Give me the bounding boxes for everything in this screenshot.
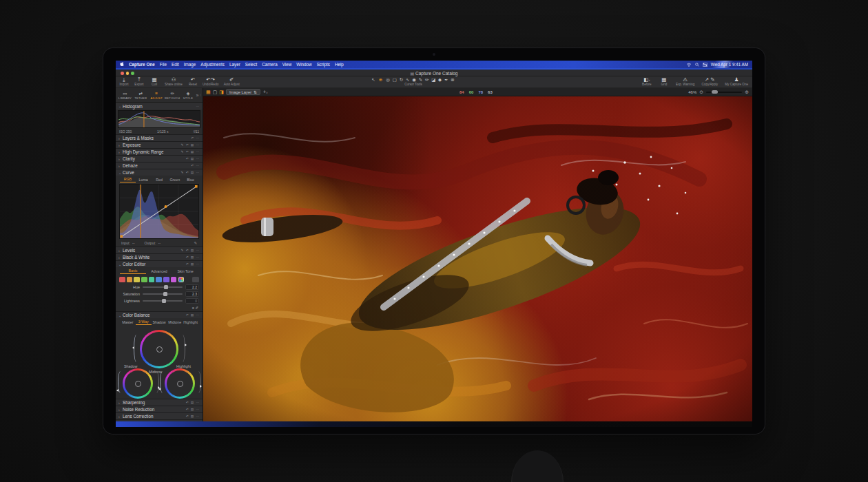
row-action-icons[interactable]: ↶ ▤ ⋯: [186, 313, 200, 317]
copy-apply-button[interactable]: ↗ ✎Copy/Apply: [701, 76, 719, 86]
menu-clock[interactable]: Wed Apr 1 9:41 AM: [711, 62, 748, 67]
section-dehaze[interactable]: ›Dehaze ↶ ⋯: [116, 162, 203, 169]
single-view-icon[interactable]: ▢: [213, 89, 218, 96]
shadow-wheel[interactable]: [123, 368, 153, 399]
zoom-out-icon[interactable]: ⊖: [699, 90, 703, 95]
menu-image[interactable]: Image: [184, 62, 196, 67]
ce-tab-advanced[interactable]: Advanced: [146, 269, 172, 273]
menu-select[interactable]: Select: [245, 62, 258, 67]
add-layer-button[interactable]: +∨: [263, 90, 268, 94]
tab-tether[interactable]: ⇄TETHER: [133, 91, 149, 100]
menu-help[interactable]: Help: [335, 62, 344, 67]
cursor-tool-icons[interactable]: ◎ ▢ ↻ ∿ ◉ ✎ ✏ ◪ ◆ ✒ ⊚: [386, 76, 455, 83]
section-layers-masks[interactable]: ›Layers & Masks ↶ ⋯: [116, 134, 203, 141]
zoom-in-icon[interactable]: ⊕: [745, 90, 749, 95]
cull-button[interactable]: ▦Cull: [149, 76, 160, 86]
cb-tab-3way[interactable]: 3-Way: [136, 319, 152, 325]
row-action-icons[interactable]: ✎ ↶ ▤ ⋯: [181, 143, 200, 147]
tab-overflow-icon[interactable]: »: [196, 93, 198, 98]
swatch-orange[interactable]: [127, 277, 133, 282]
import-button[interactable]: ⤓Import: [118, 76, 130, 86]
tab-library[interactable]: ▭LIBRARY: [117, 91, 133, 100]
row-action-icons[interactable]: ↶ ▤ ⋯: [186, 415, 200, 418]
row-action-icons[interactable]: ↶ ▤ ⋯: [186, 157, 200, 160]
grid-button[interactable]: ▦Grid: [659, 76, 670, 86]
row-action-icons[interactable]: ✎ ↶ ▤ ⋯: [181, 249, 200, 252]
section-exposure[interactable]: ›Exposure ✎ ↶ ▤ ⋯: [116, 141, 203, 148]
tab-style[interactable]: ◈STYLE: [180, 91, 196, 100]
row-action-icons[interactable]: ↶ ⋯: [191, 136, 200, 140]
swatch-more-button[interactable]: [192, 277, 199, 282]
row-action-icons[interactable]: ✎ ↶ ▤ ⋯: [181, 171, 200, 174]
section-noise-reduction[interactable]: ›Noise Reduction ↶ ▤ ⋯: [116, 406, 203, 412]
midtone-wheel[interactable]: [140, 330, 178, 368]
row-action-icons[interactable]: ↶ ▤ ⋯: [186, 401, 200, 404]
section-high-dynamic-range[interactable]: ›High Dynamic Range ✎ ↶ ▤ ⋯: [116, 148, 203, 155]
section-levels[interactable]: ›Levels ✎ ↶ ▤ ⋯: [116, 247, 203, 253]
section-histogram[interactable]: ⌄Histogram ⋯: [116, 103, 203, 109]
highlight-wheel[interactable]: [165, 368, 195, 399]
cb-tab-master[interactable]: Master: [120, 320, 136, 324]
ce-tab-skin-tone[interactable]: Skin Tone: [172, 269, 198, 273]
more-icon[interactable]: ⋯: [196, 105, 200, 108]
menu-layer[interactable]: Layer: [229, 62, 240, 67]
menu-edit[interactable]: Edit: [172, 62, 179, 67]
row-action-icons[interactable]: ↶ ▤ ⋯: [186, 262, 200, 266]
saturation-slider-thumb[interactable]: [163, 292, 167, 296]
zoom-slider[interactable]: [706, 92, 742, 93]
menu-capture-one[interactable]: Capture One: [129, 62, 155, 67]
menu-camera[interactable]: Camera: [262, 62, 277, 67]
swatch-mint[interactable]: [149, 277, 155, 282]
menu-window[interactable]: Window: [296, 62, 311, 67]
control-center-icon[interactable]: [703, 63, 707, 67]
wifi-icon[interactable]: [686, 63, 692, 67]
curve-tab-green[interactable]: Green: [167, 178, 183, 182]
section-color-balance[interactable]: ⌄Color Balance ↶ ▤ ⋯: [116, 311, 203, 318]
image-canvas[interactable]: [203, 96, 752, 421]
curve-pen-icon[interactable]: ✎: [194, 241, 197, 245]
before-button[interactable]: ◧∨Before: [641, 76, 652, 86]
tab-adjust[interactable]: ≡ADJUST: [149, 91, 165, 100]
saturation-slider[interactable]: [143, 293, 183, 295]
section-clarity[interactable]: ›Clarity ↶ ▤ ⋯: [116, 155, 203, 162]
hue-slider[interactable]: [143, 286, 183, 288]
row-action-icons[interactable]: ↶ ⋯: [191, 164, 200, 167]
menu-adjustments[interactable]: Adjustments: [200, 62, 225, 67]
section-color-editor[interactable]: ⌄Color Editor ↶ ▤ ⋯: [116, 260, 203, 267]
curve-tab-luma[interactable]: Luma: [136, 178, 152, 182]
curve-tab-blue[interactable]: Blue: [183, 178, 198, 182]
cb-tab-midtone[interactable]: Midtone: [167, 320, 183, 324]
hue-value[interactable]: 2.2: [185, 284, 199, 290]
menu-scripts[interactable]: Scripts: [317, 62, 330, 67]
tab-retouch[interactable]: ✏RETOUCH: [165, 91, 180, 100]
swatch-green[interactable]: [141, 277, 147, 282]
compare-view-icon[interactable]: ◨: [219, 89, 224, 96]
menu-view[interactable]: View: [282, 62, 292, 67]
cb-tab-shadow[interactable]: Shadow: [152, 320, 167, 324]
section-lens-correction[interactable]: ›Lens Correction ↶ ▤ ⋯: [116, 412, 203, 419]
menu-file[interactable]: File: [160, 62, 167, 67]
lightness-slider-thumb[interactable]: [162, 299, 166, 303]
share-online-button[interactable]: ⚇Share online: [164, 76, 183, 86]
section-sharpening[interactable]: ›Sharpening ↶ ▤ ⋯: [116, 399, 203, 406]
curve-tab-rgb[interactable]: RGB: [120, 177, 136, 182]
multi-view-icon[interactable]: ▦: [206, 89, 211, 96]
zoom-percentage[interactable]: 46%: [688, 90, 696, 94]
lightness-slider[interactable]: [143, 300, 183, 302]
section-curve[interactable]: ⌄Curve ✎ ↶ ▤ ⋯: [116, 169, 203, 176]
exposure-warning-button[interactable]: ⚠Exp. Warning: [676, 76, 694, 86]
ce-tab-basic[interactable]: Basic: [120, 269, 146, 274]
curve-tab-red[interactable]: Red: [152, 178, 167, 182]
cb-tab-highlight[interactable]: Highlight: [183, 320, 198, 324]
reset-button[interactable]: ↶Reset: [187, 76, 198, 86]
section-black-white[interactable]: ›Black & White ↶ ▤ ⋯: [116, 253, 203, 260]
saturation-value[interactable]: 2.3: [185, 291, 199, 297]
curve-graph[interactable]: [119, 184, 199, 239]
swatch-magenta[interactable]: [171, 277, 177, 282]
zoom-slider-thumb[interactable]: [712, 90, 718, 94]
auto-adjust-button[interactable]: ✐Auto Adjust: [223, 76, 240, 86]
lightness-value[interactable]: 0: [185, 298, 199, 304]
hue-slider-thumb[interactable]: [164, 285, 168, 289]
export-button[interactable]: ⤒Export: [134, 76, 145, 86]
select-tool-icon[interactable]: ↖: [371, 76, 375, 83]
